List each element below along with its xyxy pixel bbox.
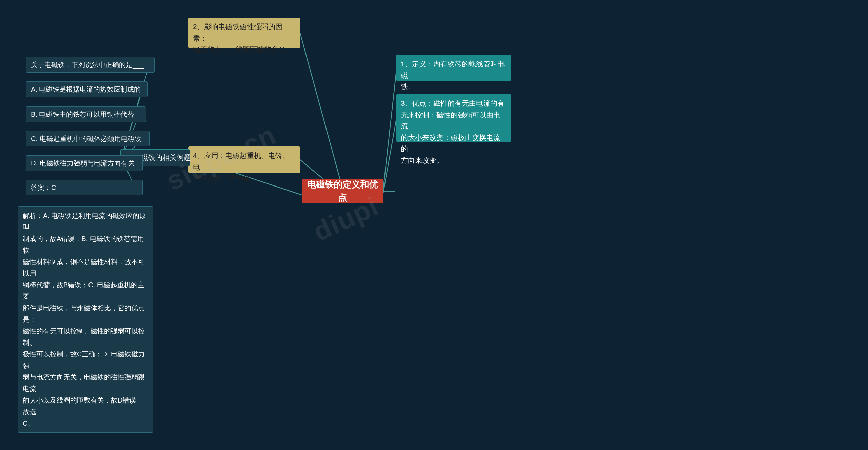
question-stem-node: 关于电磁铁，下列说法中正确的是___ [26, 57, 155, 73]
svg-line-2 [383, 68, 397, 190]
branch-applications-node: 4、应用：电磁起重机、电铃、电 磁继电器、听筒等。 [188, 146, 300, 173]
right-advantages-node: 3、优点：磁性的有无由电流的有 无来控制；磁性的强弱可以由电流 的大小来改变；磁… [396, 94, 511, 142]
svg-line-0 [300, 33, 342, 188]
question-optionB-node: B. 电磁铁中的铁芯可以用铜棒代替 [26, 106, 146, 122]
analysis-node: 解析：A. 电磁铁是利用电流的磁效应的原理 制成的，故A错误；B. 电磁铁的铁芯… [18, 206, 153, 433]
question-optionC-node: C. 电磁起重机中的磁体必须用电磁铁 [26, 131, 150, 146]
question-optionA-node: A. 电磁铁是根据电流的热效应制成的 [26, 81, 148, 97]
right-definition-node: 1、定义：内有铁芯的螺线管叫电磁 铁。 [396, 55, 511, 81]
question-optionD-node: D. 电磁铁磁力强弱与电流方向有关 [26, 155, 143, 171]
center-node: 电磁铁的定义和优点 [302, 179, 383, 203]
answer-node: 答案：C [26, 180, 143, 195]
mindmap-container: 电磁铁的定义和优点 2、影响电磁铁磁性强弱的因素： 电流的大小、线圈匝数的多少。… [0, 0, 868, 450]
svg-line-3 [383, 117, 397, 193]
branch-factors-node: 2、影响电磁铁磁性强弱的因素： 电流的大小、线圈匝数的多少。 [188, 18, 300, 48]
